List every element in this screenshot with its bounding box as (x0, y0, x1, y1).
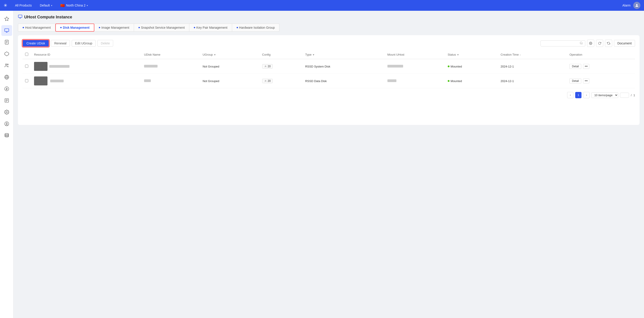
page-1-button[interactable]: 1 (575, 92, 582, 98)
cell-type-0: RSSD System Disk (302, 59, 385, 74)
col-type[interactable]: Type ▼ (302, 51, 385, 59)
svg-rect-2 (4, 29, 8, 32)
status-dot-icon-1 (448, 80, 450, 82)
row-checkbox-1[interactable] (25, 79, 28, 82)
tab-dot-snapshot-icon (138, 27, 140, 28)
user-avatar[interactable] (633, 2, 640, 9)
tab-key-pair[interactable]: Key Pair Management (189, 24, 232, 32)
mount-uhost-text-0 (388, 65, 403, 68)
page-title: UHost Compute Instance (24, 15, 72, 20)
refresh-icon-button[interactable] (605, 40, 612, 47)
create-udisk-button[interactable]: Create UDisk (22, 40, 49, 47)
all-products-label: All Products (15, 4, 32, 7)
cell-config-0: 20 (260, 59, 302, 74)
tab-host-label: Host Management (25, 26, 51, 29)
chevron-down-icon: ▾ (51, 4, 52, 7)
all-products-menu[interactable]: All Products (11, 0, 36, 11)
more-button-1[interactable]: ••• (583, 79, 590, 83)
tab-snapshot-service[interactable]: Snapshot Service Management (134, 24, 189, 32)
delete-button[interactable]: Delete (98, 40, 113, 47)
cell-ugroup-1: Not Grouped (200, 74, 259, 88)
sidebar-item-support[interactable] (1, 118, 12, 129)
tab-host-management[interactable]: Host Management (18, 24, 55, 32)
svg-line-24 (582, 44, 582, 44)
ugroup-filter-icon[interactable]: ▼ (214, 53, 216, 56)
page-header-icon (18, 14, 22, 20)
project-selector[interactable]: Default ▾ (36, 0, 56, 11)
sync-icon-button[interactable] (596, 40, 603, 47)
logo-icon[interactable]: ✳ (4, 3, 8, 8)
col-resource-id: Resource ID (31, 51, 142, 59)
settings-icon-button[interactable] (587, 40, 594, 47)
cell-type-1: RSSD Data Disk (302, 74, 385, 88)
document-button[interactable]: Document (614, 40, 635, 47)
region-flag-icon: 🇨🇳 (60, 3, 65, 8)
prev-page-button[interactable]: ‹ (567, 92, 574, 98)
tab-disk-management[interactable]: Disk Management (55, 24, 94, 32)
project-label: Default (40, 4, 50, 7)
sidebar-item-billing[interactable] (1, 83, 12, 94)
select-all-checkbox[interactable] (25, 53, 28, 56)
svg-point-25 (590, 43, 591, 44)
sidebar-item-storage[interactable] (1, 130, 12, 141)
table-row: Not Grouped 20 RSSD System Disk (22, 59, 635, 74)
sidebar-item-ops[interactable] (1, 107, 12, 118)
cell-operation-0: Detail ••• (567, 59, 635, 74)
svg-marker-1 (4, 17, 8, 21)
renewal-button[interactable]: Renewal (51, 40, 70, 47)
udisk-name-text-0 (144, 65, 158, 68)
cell-udisk-name-1 (142, 74, 200, 88)
sidebar-item-logs[interactable] (1, 95, 12, 106)
region-label: North China 2 (66, 4, 85, 7)
col-mount-uhost: Mount UHost (385, 51, 445, 59)
cell-resource-id-0 (31, 59, 142, 74)
tab-keypair-label: Key Pair Management (196, 26, 228, 29)
next-page-button[interactable]: › (583, 92, 590, 98)
detail-button-1[interactable]: Detail (570, 79, 581, 83)
cell-config-1: 20 (260, 74, 302, 88)
page-jump-input[interactable] (620, 93, 629, 98)
svg-point-8 (6, 64, 7, 65)
main-content: UHost Compute Instance Host Management D… (14, 11, 644, 318)
edit-ugroup-button[interactable]: Edit UGroup (72, 40, 96, 47)
col-status[interactable]: Status ▼ (445, 51, 498, 59)
region-selector[interactable]: 🇨🇳 North China 2 ▾ (56, 0, 92, 11)
row-checkbox-0[interactable] (25, 65, 28, 68)
search-box[interactable] (540, 40, 585, 47)
total-pages-value: 1 (634, 94, 635, 97)
svg-point-13 (4, 87, 8, 91)
cell-mount-uhost-0 (385, 59, 445, 74)
sidebar-item-compute[interactable] (1, 25, 12, 36)
page-size-selector[interactable]: 10 items/page 20 items/page 50 items/pag… (591, 92, 618, 98)
search-input[interactable] (543, 42, 578, 45)
creation-sort-icon[interactable]: ↕ (520, 53, 521, 56)
total-pages: / (631, 94, 632, 97)
col-ugroup[interactable]: UGroup ▼ (200, 51, 259, 59)
status-filter-icon[interactable]: ▼ (457, 53, 459, 56)
table-row: Not Grouped 20 RSSD Data Disk (22, 74, 635, 88)
cell-operation-1: Detail ••• (567, 74, 635, 88)
sidebar-item-notes[interactable] (1, 37, 12, 48)
sidebar-item-network[interactable] (1, 49, 12, 59)
alarm-link[interactable]: Alarm (622, 4, 630, 7)
col-udisk-name: UDisk Name (142, 51, 200, 59)
type-filter-icon[interactable]: ▼ (312, 53, 315, 56)
col-operation: Operation (567, 51, 635, 59)
svg-point-0 (636, 4, 638, 6)
content-card: Create UDisk Renewal Edit UGroup Delete (18, 35, 640, 125)
col-creation-time[interactable]: Creation Time ↕ (498, 51, 567, 59)
cell-creation-time-1: 2024-12-1 (498, 74, 567, 88)
svg-marker-7 (4, 52, 8, 56)
sidebar-item-globe[interactable] (1, 72, 12, 83)
tab-dot-icon (23, 27, 24, 28)
detail-button-0[interactable]: Detail (570, 64, 581, 69)
tab-image-management[interactable]: Image Management (94, 24, 134, 32)
col-config: Config (260, 51, 302, 59)
sidebar-item-users[interactable] (1, 60, 12, 71)
more-button-0[interactable]: ••• (583, 64, 590, 69)
tab-hardware-isolation[interactable]: Hardware Isolation Group (232, 24, 280, 32)
cell-status-0: Mounted (445, 59, 498, 74)
disk-thumbnail-1 (34, 77, 48, 86)
disk-table: Resource ID UDisk Name UGroup ▼ Config (22, 51, 635, 88)
sidebar-item-fave[interactable] (1, 14, 12, 24)
